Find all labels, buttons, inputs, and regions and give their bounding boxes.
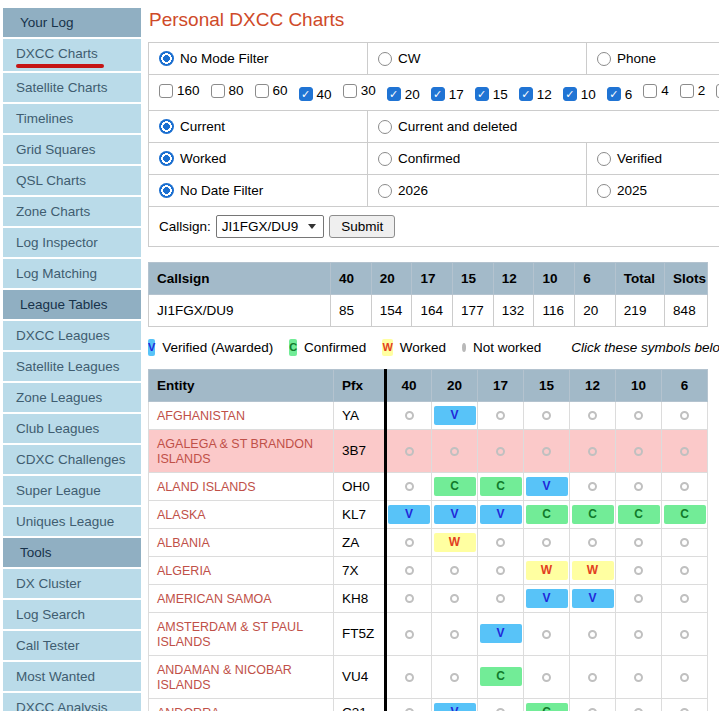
radio-current-and-deleted[interactable]	[378, 120, 392, 134]
slot-notworked[interactable]	[450, 594, 459, 603]
entity-link[interactable]: AGALEGA & ST BRANDON ISLANDS	[157, 437, 313, 466]
entity-link[interactable]: ALAND ISLANDS	[157, 480, 256, 494]
radio-no-date-filter[interactable]	[159, 183, 174, 198]
entity-link[interactable]: AMSTERDAM & ST PAUL ISLANDS	[157, 620, 303, 649]
slot-notworked[interactable]	[680, 594, 689, 603]
entity-link[interactable]: ALGERIA	[157, 564, 211, 578]
slot-notworked[interactable]	[588, 411, 597, 420]
radio-current[interactable]	[159, 119, 174, 134]
band-checkbox-80[interactable]	[211, 84, 225, 98]
submit-button[interactable]: Submit	[329, 215, 395, 238]
sidebar-item-dx-cluster[interactable]: DX Cluster	[3, 569, 141, 598]
sidebar-item-uniques-league[interactable]: Uniques League	[3, 507, 141, 536]
slot-notworked[interactable]	[542, 411, 551, 420]
sidebar-item-dxcc-charts[interactable]: DXCC Charts	[3, 39, 141, 71]
slot-notworked[interactable]	[680, 566, 689, 575]
slot-notworked[interactable]	[450, 566, 459, 575]
entity-link[interactable]: ALBANIA	[157, 536, 210, 550]
sidebar-item-club-leagues[interactable]: Club Leagues	[3, 414, 141, 443]
sidebar-item-zone-leagues[interactable]: Zone Leagues	[3, 383, 141, 412]
sidebar-item-call-tester[interactable]: Call Tester	[3, 631, 141, 660]
slot-notworked[interactable]	[405, 673, 414, 682]
slot-verified-badge[interactable]: V	[526, 589, 568, 608]
slot-notworked[interactable]	[450, 447, 459, 456]
slot-notworked[interactable]	[405, 630, 414, 639]
slot-notworked[interactable]	[634, 594, 643, 603]
band-checkbox-12[interactable]: ✓	[519, 87, 533, 101]
band-checkbox-60[interactable]	[255, 84, 269, 98]
slot-confirmed-badge[interactable]: C	[664, 505, 706, 524]
radio-2026[interactable]	[378, 184, 392, 198]
entity-link[interactable]: ANDAMAN & NICOBAR ISLANDS	[157, 663, 292, 692]
radio-cw[interactable]	[378, 52, 392, 66]
slot-notworked[interactable]	[634, 538, 643, 547]
band-checkbox-15[interactable]: ✓	[475, 87, 489, 101]
slot-notworked[interactable]	[680, 447, 689, 456]
slot-notworked[interactable]	[634, 673, 643, 682]
slot-notworked[interactable]	[680, 630, 689, 639]
slot-verified-badge[interactable]: V	[480, 624, 522, 643]
slot-verified-badge[interactable]: V	[480, 505, 522, 524]
sidebar-item-timelines[interactable]: Timelines	[3, 104, 141, 133]
sidebar-item-super-league[interactable]: Super League	[3, 476, 141, 505]
radio-confirmed[interactable]	[378, 152, 392, 166]
slot-notworked[interactable]	[588, 673, 597, 682]
slot-notworked[interactable]	[496, 566, 505, 575]
slot-notworked[interactable]	[405, 594, 414, 603]
radio-phone[interactable]	[597, 52, 611, 66]
slot-worked-badge[interactable]: W	[572, 561, 614, 580]
slot-notworked[interactable]	[680, 482, 689, 491]
slot-notworked[interactable]	[450, 630, 459, 639]
slot-notworked[interactable]	[542, 630, 551, 639]
radio-worked[interactable]	[159, 151, 174, 166]
entity-link[interactable]: AFGHANISTAN	[157, 409, 245, 423]
sidebar-item-dxcc-leagues[interactable]: DXCC Leagues	[3, 321, 141, 350]
slot-confirmed-badge[interactable]: C	[618, 505, 660, 524]
slot-confirmed-badge[interactable]: C	[526, 703, 568, 711]
slot-notworked[interactable]	[542, 673, 551, 682]
slot-notworked[interactable]	[542, 447, 551, 456]
slot-notworked[interactable]	[588, 630, 597, 639]
sidebar-item-dxcc-analysis[interactable]: DXCC Analysis	[3, 693, 141, 711]
slot-notworked[interactable]	[405, 411, 414, 420]
slot-notworked[interactable]	[680, 411, 689, 420]
slot-verified-badge[interactable]: V	[388, 505, 430, 524]
slot-notworked[interactable]	[405, 538, 414, 547]
slot-notworked[interactable]	[634, 630, 643, 639]
entity-link[interactable]: ALASKA	[157, 508, 206, 522]
slot-notworked[interactable]	[496, 447, 505, 456]
slot-notworked[interactable]	[680, 673, 689, 682]
band-checkbox-160[interactable]	[159, 84, 173, 98]
slot-notworked[interactable]	[680, 538, 689, 547]
entity-link[interactable]: AMERICAN SAMOA	[157, 592, 272, 606]
slot-confirmed-badge[interactable]: C	[572, 505, 614, 524]
slot-notworked[interactable]	[405, 447, 414, 456]
slot-notworked[interactable]	[450, 673, 459, 682]
entity-link[interactable]: ANDORRA	[157, 706, 220, 711]
band-checkbox-30[interactable]	[343, 84, 357, 98]
slot-verified-badge[interactable]: V	[434, 703, 476, 711]
sidebar-item-grid-squares[interactable]: Grid Squares	[3, 135, 141, 164]
slot-notworked[interactable]	[496, 594, 505, 603]
slot-confirmed-badge[interactable]: C	[434, 477, 476, 496]
slot-worked-badge[interactable]: W	[434, 533, 476, 552]
slot-notworked[interactable]	[634, 566, 643, 575]
band-checkbox-10[interactable]: ✓	[563, 87, 577, 101]
sidebar-item-qsl-charts[interactable]: QSL Charts	[3, 166, 141, 195]
slot-verified-badge[interactable]: V	[434, 406, 476, 425]
slot-notworked[interactable]	[588, 447, 597, 456]
slot-notworked[interactable]	[634, 411, 643, 420]
slot-notworked[interactable]	[405, 566, 414, 575]
band-checkbox-17[interactable]: ✓	[431, 87, 445, 101]
sidebar-item-zone-charts[interactable]: Zone Charts	[3, 197, 141, 226]
band-checkbox-20[interactable]: ✓	[387, 87, 401, 101]
sidebar-item-satellite-charts[interactable]: Satellite Charts	[3, 73, 141, 102]
slot-notworked[interactable]	[588, 482, 597, 491]
slot-confirmed-badge[interactable]: C	[480, 477, 522, 496]
slot-verified-badge[interactable]: V	[434, 505, 476, 524]
slot-confirmed-badge[interactable]: C	[526, 505, 568, 524]
band-checkbox-6[interactable]: ✓	[607, 87, 621, 101]
slot-notworked[interactable]	[634, 482, 643, 491]
slot-verified-badge[interactable]: V	[526, 477, 568, 496]
slot-notworked[interactable]	[588, 538, 597, 547]
